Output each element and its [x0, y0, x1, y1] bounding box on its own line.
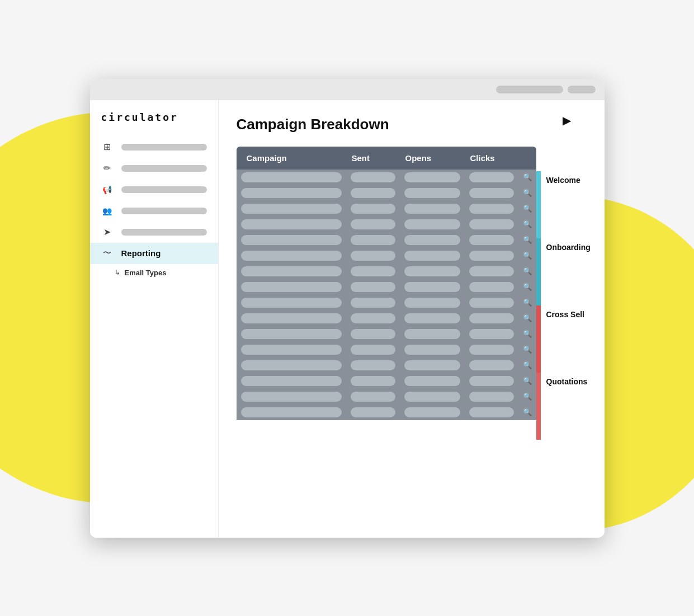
- browser-button: [568, 86, 596, 93]
- search-icon[interactable]: 🔍: [518, 326, 536, 342]
- nav-label-bar: [121, 165, 207, 172]
- search-icon[interactable]: 🔍: [518, 170, 536, 185]
- cell-bar: [404, 188, 460, 198]
- sidebar-item-campaigns[interactable]: 📢: [90, 179, 218, 200]
- cell-bar: [469, 204, 514, 214]
- cell-bar: [351, 219, 395, 229]
- sub-nav-email-types[interactable]: ↳ Email Types: [90, 264, 218, 281]
- sidebar-item-audience[interactable]: 👥: [90, 200, 218, 222]
- cell-bar: [241, 251, 342, 261]
- table-row: 🔍: [237, 279, 536, 295]
- cell-bar: [241, 219, 342, 229]
- cell-bar: [351, 298, 395, 308]
- cell-bar: [351, 266, 395, 276]
- sidebar-item-dashboard[interactable]: ⊞: [90, 137, 218, 158]
- col-opens: Opens: [400, 147, 465, 170]
- cell-bar: [241, 392, 342, 402]
- reporting-icon: 〜: [101, 248, 114, 258]
- table-row: 🔍: [237, 201, 536, 217]
- cell-bar: [351, 235, 395, 245]
- reporting-label: Reporting: [121, 248, 161, 258]
- search-icon[interactable]: 🔍: [518, 232, 536, 248]
- cell-bar: [404, 235, 460, 245]
- group-quotations: Quotations: [536, 373, 596, 440]
- cell-bar: [469, 360, 514, 370]
- browser-chrome: [90, 79, 605, 100]
- table-body: 🔍 🔍: [237, 170, 536, 420]
- sidebar-item-edit[interactable]: ✏: [90, 158, 218, 179]
- edit-icon: ✏: [101, 163, 114, 173]
- cell-bar: [351, 204, 395, 214]
- sub-nav-email-types-label: Email Types: [125, 269, 167, 277]
- search-icon[interactable]: 🔍: [518, 311, 536, 326]
- cell-bar: [241, 235, 342, 245]
- cell-bar: [351, 313, 395, 323]
- cell-bar: [241, 313, 342, 323]
- search-icon[interactable]: 🔍: [518, 342, 536, 358]
- search-icon[interactable]: 🔍: [518, 217, 536, 232]
- side-labels: Welcome Onboarding Cross Sell: [536, 147, 596, 440]
- cell-bar: [404, 172, 460, 182]
- cell-bar: [404, 282, 460, 292]
- cell-bar: [469, 298, 514, 308]
- search-icon[interactable]: 🔍: [518, 389, 536, 405]
- cell-bar: [469, 266, 514, 276]
- search-icon[interactable]: 🔍: [518, 264, 536, 279]
- nav-label-bar: [121, 144, 207, 151]
- search-icon[interactable]: 🔍: [518, 185, 536, 201]
- cell-bar: [351, 345, 395, 355]
- table-header: Campaign Sent Opens Clicks: [237, 147, 536, 170]
- cell-bar: [241, 266, 342, 276]
- search-icon[interactable]: 🔍: [518, 279, 536, 295]
- cell-bar: [469, 235, 514, 245]
- cell-bar: [404, 407, 460, 417]
- cell-bar: [351, 407, 395, 417]
- table-row: 🔍: [237, 405, 536, 420]
- cell-bar: [351, 172, 395, 182]
- app-layout: circulator ⊞ ✏ 📢 👥 ➤: [90, 100, 605, 538]
- col-campaign: Campaign: [237, 147, 346, 170]
- table-row: 🔍: [237, 373, 536, 389]
- app-logo: circulator: [90, 111, 218, 137]
- table-row: 🔍: [237, 170, 536, 185]
- crosssell-bar: [536, 305, 541, 373]
- table-row: 🔍: [237, 264, 536, 279]
- dashboard-icon: ⊞: [101, 142, 114, 152]
- search-icon[interactable]: 🔍: [518, 201, 536, 217]
- cell-bar: [241, 282, 342, 292]
- campaign-breakdown-table: Campaign Sent Opens Clicks: [237, 147, 536, 420]
- cell-bar: [469, 376, 514, 386]
- search-icon[interactable]: 🔍: [518, 405, 536, 420]
- cell-bar: [404, 204, 460, 214]
- group-welcome: Welcome: [536, 171, 596, 238]
- cell-bar: [241, 345, 342, 355]
- sidebar-item-reporting[interactable]: 〜 Reporting: [90, 243, 218, 264]
- col-search: [518, 147, 536, 170]
- onboarding-bar: [536, 238, 541, 305]
- quotations-bar: [536, 373, 541, 440]
- table-row: 🔍: [237, 311, 536, 326]
- cell-bar: [404, 219, 460, 229]
- cell-bar: [241, 204, 342, 214]
- cell-bar: [469, 251, 514, 261]
- cell-bar: [404, 392, 460, 402]
- table-row: 🔍: [237, 326, 536, 342]
- search-icon[interactable]: 🔍: [518, 295, 536, 311]
- table-row: 🔍: [237, 185, 536, 201]
- cell-bar: [241, 188, 342, 198]
- search-icon[interactable]: 🔍: [518, 248, 536, 264]
- cell-bar: [404, 298, 460, 308]
- welcome-bar: [536, 171, 541, 238]
- sidebar-item-send[interactable]: ➤: [90, 222, 218, 243]
- browser-address-bar: [496, 86, 563, 93]
- cell-bar: [404, 329, 460, 339]
- cell-bar: [469, 282, 514, 292]
- table-row: 🔍: [237, 358, 536, 373]
- cell-bar: [351, 376, 395, 386]
- search-icon[interactable]: 🔍: [518, 373, 536, 389]
- cell-bar: [351, 282, 395, 292]
- cell-bar: [241, 360, 342, 370]
- cell-bar: [241, 172, 342, 182]
- campaigns-icon: 📢: [101, 185, 114, 195]
- search-icon[interactable]: 🔍: [518, 358, 536, 373]
